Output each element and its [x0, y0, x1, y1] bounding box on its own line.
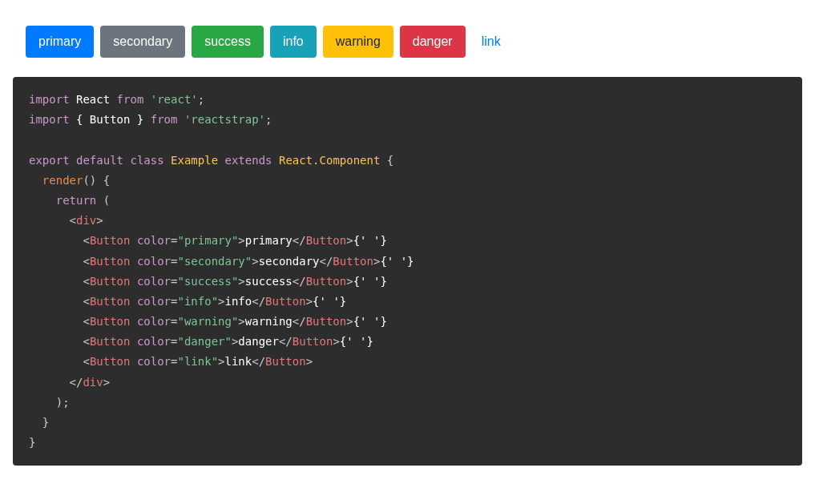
attr-color: color [137, 275, 171, 288]
tag-button: Button [90, 335, 131, 348]
success-button[interactable]: success [192, 26, 264, 58]
punct: > [238, 315, 244, 328]
code-react: React [76, 93, 110, 106]
attr-color: color [137, 234, 171, 247]
punct: > [218, 295, 224, 308]
punct: > [218, 355, 224, 368]
punct: > [252, 255, 258, 268]
txt: primary [245, 234, 293, 247]
punct: > [238, 275, 244, 288]
punct: </ [279, 335, 293, 348]
punct: > [96, 214, 103, 227]
punct: > [306, 355, 313, 368]
primary-button[interactable]: primary [26, 26, 94, 58]
cls-react-component: React.Component [279, 154, 380, 167]
tag-button: Button [90, 315, 131, 328]
val: "info" [177, 295, 218, 308]
jsx-space: {' '} [340, 335, 373, 348]
kw-export: export [29, 154, 70, 167]
punct: > [346, 275, 353, 288]
tag-button: Button [90, 295, 131, 308]
punct-parens: () [83, 174, 96, 187]
code-button-destruct: { Button } [76, 113, 143, 126]
punct: < [83, 355, 89, 368]
kw-import: import [29, 93, 70, 106]
tag-button: Button [90, 255, 131, 268]
tag-div: div [76, 214, 96, 227]
punct-paren: ( [96, 194, 110, 207]
punct: < [83, 315, 89, 328]
val: "warning" [177, 315, 238, 328]
punct: > [306, 295, 313, 308]
info-button[interactable]: info [270, 26, 317, 58]
jsx-space: {' '} [380, 255, 414, 268]
tag-button: Button [90, 275, 131, 288]
attr-color: color [137, 355, 171, 368]
link-button[interactable]: link [472, 26, 510, 58]
punct-brace-close: } [29, 436, 35, 449]
tag-button: Button [90, 234, 131, 247]
txt: warning [245, 315, 293, 328]
code-block: import React from 'react'; import { Butt… [13, 77, 802, 466]
kw-import: import [29, 113, 70, 126]
punct-paren-close: ); [56, 396, 70, 409]
punct-brace: { [380, 154, 393, 167]
punct: </ [293, 275, 306, 288]
secondary-button[interactable]: secondary [100, 26, 185, 58]
tag-button: Button [265, 355, 306, 368]
punct: < [83, 335, 89, 348]
txt: info [225, 295, 252, 308]
punct-brace-close: } [42, 416, 49, 429]
val: "danger" [177, 335, 231, 348]
punct: < [83, 234, 89, 247]
val: "primary" [177, 234, 238, 247]
attr-color: color [137, 255, 171, 268]
kw-return: return [56, 194, 97, 207]
attr-color: color [137, 295, 171, 308]
jsx-space: {' '} [313, 295, 346, 308]
attr-color: color [137, 335, 171, 348]
val: "secondary" [177, 255, 252, 268]
code-pre: import React from 'react'; import { Butt… [29, 90, 786, 453]
txt: success [245, 275, 293, 288]
punct: < [83, 275, 89, 288]
txt: secondary [259, 255, 320, 268]
jsx-space: {' '} [353, 315, 387, 328]
punct: > [346, 315, 353, 328]
tag-button: Button [333, 255, 373, 268]
punct: > [238, 234, 244, 247]
warning-button[interactable]: warning [323, 26, 393, 58]
txt: link [225, 355, 252, 368]
str-react: 'react' [151, 93, 198, 106]
txt: danger [238, 335, 279, 348]
tag-button: Button [90, 355, 131, 368]
punct: </ [293, 315, 306, 328]
punct: < [83, 295, 89, 308]
punct: < [83, 255, 89, 268]
tag-button: Button [306, 315, 347, 328]
punct: < [70, 214, 76, 227]
punct: </ [252, 355, 265, 368]
punct: </ [293, 234, 306, 247]
val: "link" [177, 355, 218, 368]
str-reactstrap: 'reactstrap' [184, 113, 265, 126]
punct-brace: { [96, 174, 110, 187]
danger-button[interactable]: danger [400, 26, 466, 58]
attr-color: color [137, 315, 171, 328]
punct: </ [70, 376, 83, 389]
cls-example: Example [171, 154, 218, 167]
punct: > [333, 335, 339, 348]
punct: </ [320, 255, 333, 268]
punct: </ [252, 295, 265, 308]
tag-button: Button [293, 335, 333, 348]
tag-button: Button [265, 295, 306, 308]
punct-semi: ; [198, 93, 204, 106]
kw-from: from [151, 113, 178, 126]
kw-from: from [117, 93, 144, 106]
tag-button: Button [306, 275, 347, 288]
jsx-space: {' '} [353, 275, 387, 288]
punct: > [103, 376, 110, 389]
kw-default: default [76, 154, 123, 167]
val: "success" [177, 275, 238, 288]
fn-render: render [42, 174, 83, 187]
